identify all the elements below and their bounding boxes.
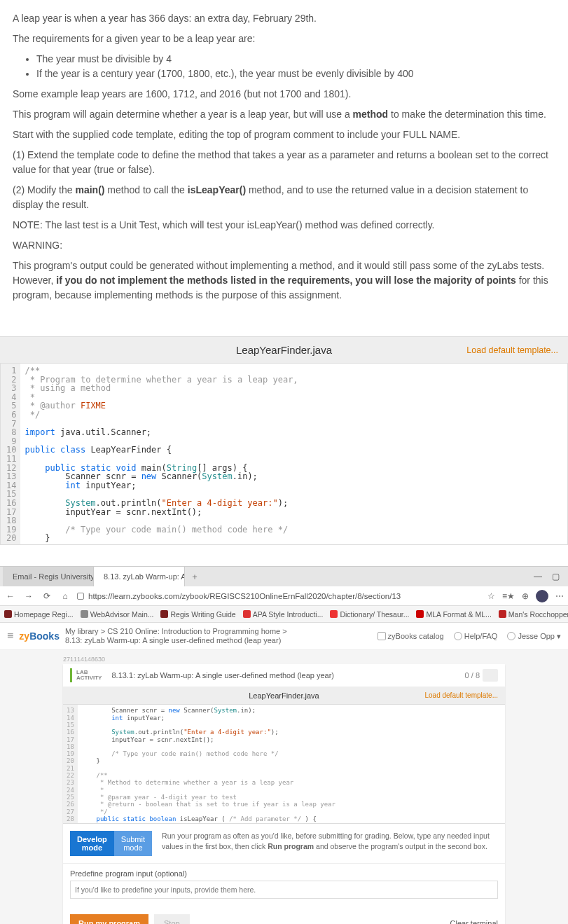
screenshot-lower: Email - Regis University × 8.13. zyLab W… [0,566,568,924]
mini-filename: LeapYearFinder.java [249,691,319,700]
para: A leap year is when a year has 366 days:… [13,11,555,26]
para: This program will again determine whethe… [13,107,555,122]
para: NOTE: The last test is a Unit Test, whic… [13,218,555,233]
para: (1) Extend the template code to define t… [13,148,555,177]
window-controls: — ▢ [534,572,565,581]
code-editor[interactable]: 1234567891011121314151617181920 /** * Pr… [0,363,568,545]
refresh-button[interactable]: ⟳ [41,591,53,601]
clear-terminal-link[interactable]: Clear terminal [450,919,498,924]
activity-header: LAB ACTIVITY 8.13.1: zyLab Warm-up: A si… [63,664,505,687]
bookmark-icon [416,610,424,618]
bookmark-icon [4,610,12,618]
list-item: If the year is a century year (1700, 180… [36,67,555,81]
list-item: The year must be divisible by 4 [36,52,555,67]
mini-code-editor[interactable]: 1314151617181920212223242526272829303132… [63,705,505,824]
mini-file-header: LeapYearFinder.java Load default templat… [63,687,505,705]
zybooks-logo[interactable]: zyBooks [19,630,60,642]
collections-icon[interactable]: ⊕ [522,591,529,601]
develop-mode-button[interactable]: Develop mode [70,831,114,856]
stop-button[interactable]: Stop [154,914,190,924]
bookmark-item[interactable]: Dictionary/ Thesaur... [330,610,409,619]
forward-button[interactable]: → [22,591,35,601]
lock-icon [77,593,84,600]
bookmarks-bar: Homepage Regi... WebAdvisor Main... Regi… [0,606,568,623]
hamburger-menu-icon[interactable]: ≡ [7,630,13,642]
book-icon [377,632,386,640]
para: (2) Modify the main() method to call the… [13,183,555,212]
fragment-id: 271114148630 [63,656,505,663]
code-content[interactable]: /** * Program to determine whether a yea… [20,364,567,544]
warning-text: This program's output could be generated… [13,258,555,303]
help-link[interactable]: Help/FAQ [454,632,498,640]
tab-label: Email - Regis University [13,572,94,581]
menu-icon[interactable]: ⋯ [555,591,564,601]
line-gutter: 1314151617181920212223242526272829303132 [63,705,78,823]
activity-title: 8.13.1: zyLab Warm-up: A single user-def… [111,671,334,680]
addrbar-icons: ☆ ≡★ ⊕ ⋯ [487,590,564,602]
zybooks-content: 271114148630 LAB ACTIVITY 8.13.1: zyLab … [0,650,568,924]
new-tab-button[interactable]: ＋ [185,571,205,583]
maximize-icon[interactable]: ▢ [552,572,560,581]
back-button[interactable]: ← [4,591,17,601]
catalog-link[interactable]: zyBooks catalog [377,632,444,640]
code-filename: LeapYearFinder.java [236,344,332,356]
mode-help-text: Run your program as often as you'd like,… [162,831,498,851]
bookmark-icon [81,610,88,618]
browser-tabbar: Email - Regis University × 8.13. zyLab W… [0,567,568,586]
url-input[interactable]: https://learn.zybooks.com/zybook/REGISCS… [77,592,482,600]
load-default-template-link[interactable]: Load default template... [424,691,498,699]
warning-label: WARNING: [13,238,555,253]
lab-badge: LAB ACTIVITY [70,668,106,682]
bookmark-icon [499,610,506,618]
browser-tab[interactable]: Email - Regis University × [3,567,94,586]
bookmark-item[interactable]: WebAdvisor Main... [81,610,154,619]
predefine-input-section: Predefine program input (optional) [63,864,505,907]
predefine-label: Predefine program input (optional) [70,869,498,878]
code-file-header: LeapYearFinder.java Load default templat… [0,336,568,363]
bookmark-item[interactable]: APA Style Introducti... [243,610,324,619]
load-default-template-link[interactable]: Load default template... [466,345,558,355]
home-button[interactable]: ⌂ [59,591,71,601]
lab-activity-card: LAB ACTIVITY 8.13.1: zyLab Warm-up: A si… [63,664,505,924]
line-gutter: 1234567891011121314151617181920 [1,364,20,544]
mode-bar: Develop mode Submit mode Run your progra… [63,824,505,864]
predefine-input[interactable] [70,881,498,899]
star-icon[interactable]: ☆ [487,591,495,601]
bookmark-icon [243,610,251,618]
submit-mode-button[interactable]: Submit mode [114,831,152,856]
help-icon [454,632,462,640]
activity-score: 0 / 8 [465,669,498,682]
tab-label: 8.13. zyLab Warm-up: A single u [104,572,185,581]
bookmark-icon [330,610,338,618]
bookmark-item[interactable]: MLA Format & ML... [416,610,491,619]
para: The requirements for a given year to be … [13,32,555,46]
para: Some example leap years are 1600, 1712, … [13,87,555,102]
run-bar: Run my program Stop Clear terminal [63,907,505,924]
para: Start with the supplied code template, e… [13,127,555,142]
requirements-list: The year must be divisible by 4 If the y… [13,52,555,81]
bookmark-item[interactable]: Man's Rocchopper... [499,610,568,619]
problem-statement: A leap year is when a year has 366 days:… [0,0,568,336]
favorites-icon[interactable]: ≡★ [502,591,515,601]
run-program-button[interactable]: Run my program [70,914,148,924]
user-icon [507,632,515,640]
browser-window: Email - Regis University × 8.13. zyLab W… [0,566,568,924]
url-text: https://learn.zybooks.com/zybook/REGISCS… [88,592,401,600]
score-box-icon [483,669,498,682]
zybooks-header: ≡ zyBooks My library > CS 210 Online: In… [0,623,568,650]
code-content[interactable]: Scanner scnr = new Scanner(System.in); i… [78,705,505,823]
browser-tab-active[interactable]: 8.13. zyLab Warm-up: A single u × [94,567,185,586]
minimize-icon[interactable]: — [534,572,542,581]
bookmark-icon [160,610,168,618]
address-bar: ← → ⟳ ⌂ https://learn.zybooks.com/zybook… [0,586,568,606]
bookmark-item[interactable]: Regis Writing Guide [160,610,235,619]
mode-toggle: Develop mode Submit mode [70,831,152,856]
breadcrumb[interactable]: My library > CS 210 Online: Introduction… [65,627,287,645]
bookmark-item[interactable]: Homepage Regi... [4,610,74,619]
user-menu[interactable]: Jesse Opp ▾ [507,632,561,641]
profile-icon[interactable] [536,590,548,602]
